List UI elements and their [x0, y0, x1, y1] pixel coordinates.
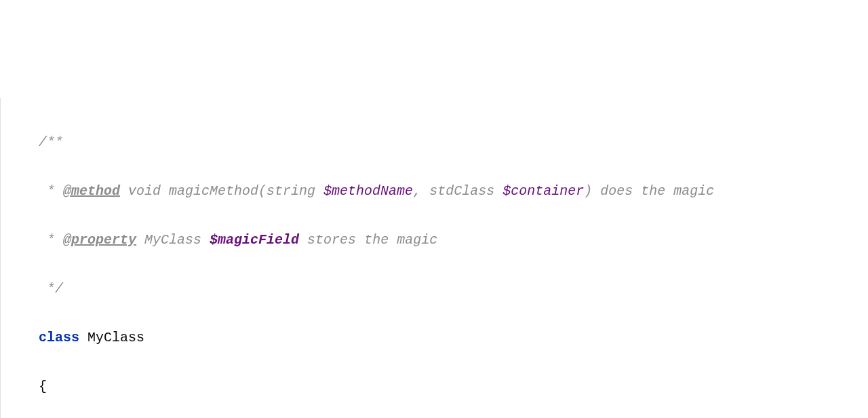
docblock-prefix: * [39, 183, 63, 199]
code-line: class MyClass [39, 326, 868, 350]
doc-type: MyClass [136, 232, 210, 248]
code-line: /** [39, 130, 868, 155]
class-name: MyClass [79, 330, 144, 345]
doc-text: ) [584, 183, 592, 199]
docblock-prefix: * [39, 232, 63, 248]
docblock-open: /** [39, 134, 63, 150]
doc-description: stores the magic [299, 232, 437, 248]
property-tag: @property [63, 232, 136, 248]
code-line: * @property MyClass $magicField stores t… [39, 228, 868, 252]
doc-type: void magicMethod(string [120, 183, 323, 199]
doc-variable: $methodName [323, 183, 413, 199]
code-line: { [39, 375, 868, 399]
docblock-close: */ [39, 281, 63, 297]
doc-variable: $magicField [210, 232, 299, 248]
code-line: * @method void magicMethod(string $metho… [39, 179, 868, 204]
method-tag: @method [63, 183, 120, 199]
brace-open: { [39, 379, 47, 394]
class-keyword: class [39, 330, 79, 345]
doc-description: does the magic [592, 183, 714, 199]
doc-text: , stdClass [413, 183, 502, 199]
doc-variable: $container [502, 183, 584, 199]
code-line: */ [39, 277, 868, 301]
code-editor: /** * @method void magicMethod(string $m… [0, 98, 868, 418]
